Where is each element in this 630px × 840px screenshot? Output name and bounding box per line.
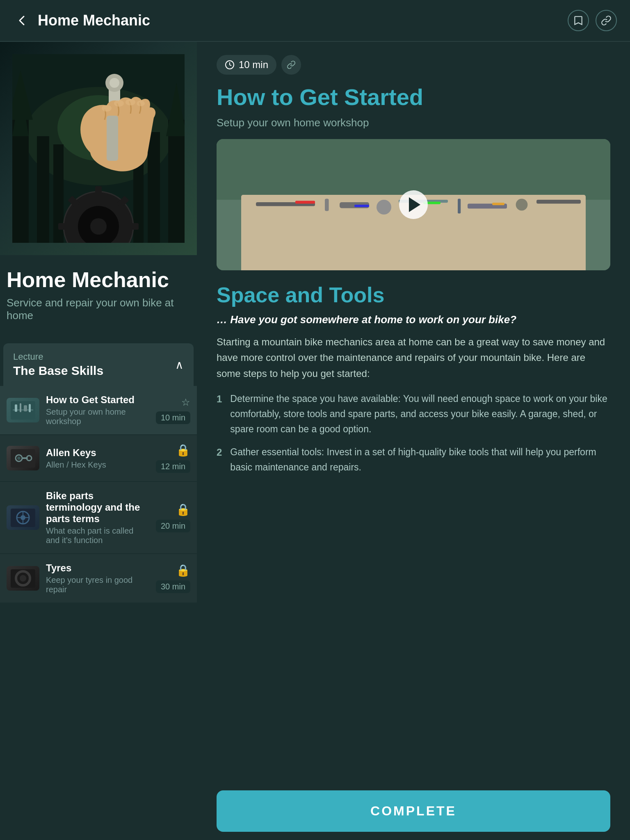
lesson-item[interactable]: Allen Keys Allen / Hex Keys 🔒 12 min	[0, 435, 197, 481]
course-info: Home Mechanic Service and repair your ow…	[0, 255, 197, 343]
lock-icon: 🔒	[176, 503, 190, 516]
svg-rect-55	[325, 199, 329, 211]
lecture-section: Lecture The Base Skills ∧	[3, 343, 194, 386]
svg-rect-62	[536, 200, 581, 204]
svg-point-28	[114, 100, 124, 107]
header-left: Home Mechanic	[13, 11, 150, 30]
lock-icon: 🔒	[176, 564, 190, 577]
list-number: 2	[217, 445, 222, 475]
svg-rect-15	[95, 186, 102, 197]
share-button[interactable]	[596, 10, 617, 31]
list-number: 1	[217, 391, 222, 436]
lesson-duration: 20 min	[156, 520, 190, 532]
lock-icon: 🔒	[176, 443, 190, 457]
lesson-duration: 12 min	[156, 460, 190, 473]
svg-rect-66	[492, 203, 504, 205]
lesson-title: Tyres	[46, 562, 149, 574]
play-icon	[409, 197, 420, 212]
svg-point-57	[377, 200, 391, 215]
list-text: Determine the space you have available: …	[230, 391, 610, 436]
svg-point-25	[110, 78, 119, 88]
lesson-info: Tyres Keep your tyres in good repair	[46, 562, 149, 594]
course-subtitle: Service and repair your own bike at home	[7, 297, 190, 322]
back-button[interactable]	[13, 11, 31, 30]
svg-point-14	[90, 218, 107, 235]
hero-illustration	[12, 54, 185, 243]
video-play-button[interactable]	[399, 190, 428, 219]
lecture-name: The Base Skills	[13, 364, 103, 378]
svg-rect-36	[29, 404, 31, 412]
lecture-info: Lecture The Base Skills	[13, 352, 103, 378]
lesson-desc: Setup your own home workshop	[46, 407, 149, 426]
lesson-title: Allen Keys	[46, 447, 149, 459]
complete-button[interactable]: COMPLETE	[217, 790, 610, 832]
svg-rect-18	[58, 223, 69, 230]
lecture-label: Lecture	[13, 352, 103, 362]
main-layout: Home Mechanic Service and repair your ow…	[0, 42, 630, 840]
svg-rect-26	[107, 116, 118, 161]
lesson-list: How to Get Started Setup your own home w…	[0, 386, 197, 603]
lesson-duration: 30 min	[156, 580, 190, 593]
numbered-list: 1 Determine the space you have available…	[217, 391, 610, 483]
lesson-desc: What each part is called and it's functi…	[46, 526, 149, 545]
lesson-thumbnail	[7, 398, 39, 422]
svg-rect-59	[458, 199, 461, 213]
lesson-desc: Allen / Hex Keys	[46, 460, 149, 470]
content-title: How to Get Started	[217, 84, 610, 110]
video-thumbnail[interactable]	[217, 139, 610, 270]
svg-rect-34	[20, 403, 21, 412]
svg-point-61	[516, 199, 528, 210]
lesson-title: How to Get Started	[46, 394, 149, 406]
lesson-meta: ☆ 10 min	[156, 397, 190, 424]
svg-rect-64	[354, 205, 369, 207]
time-value: 10 min	[239, 59, 268, 71]
svg-rect-33	[15, 404, 17, 412]
svg-rect-63	[295, 201, 315, 203]
svg-point-27	[102, 105, 112, 112]
svg-point-39	[17, 457, 21, 460]
chevron-up-icon: ∧	[175, 358, 184, 372]
list-item: 1 Determine the space you have available…	[217, 391, 610, 436]
link-icon	[287, 60, 296, 69]
section-body: Starting a mountain bike mechanics area …	[217, 334, 610, 381]
svg-rect-17	[128, 223, 139, 230]
list-item: 2 Gather essential tools: Invest in a se…	[217, 445, 610, 475]
svg-rect-9	[148, 132, 160, 243]
lesson-desc: Keep your tyres in good repair	[46, 575, 149, 594]
lecture-header[interactable]: Lecture The Base Skills ∧	[3, 343, 194, 386]
svg-rect-8	[37, 136, 49, 243]
lesson-meta: 🔒 12 min	[156, 443, 190, 473]
header-title: Home Mechanic	[38, 12, 150, 29]
section-question: … Have you got somewhere at home to work…	[217, 313, 610, 326]
lesson-meta: 🔒 30 min	[156, 564, 190, 593]
lesson-item[interactable]: Bike parts terminology and the parts ter…	[0, 482, 197, 553]
header: Home Mechanic	[0, 0, 630, 41]
link-button[interactable]	[281, 55, 301, 75]
complete-bar: COMPLETE	[197, 782, 630, 840]
hero-image	[0, 42, 197, 255]
left-panel: Home Mechanic Service and repair your ow…	[0, 42, 197, 840]
lesson-info: Bike parts terminology and the parts ter…	[46, 490, 149, 545]
lesson-item[interactable]: How to Get Started Setup your own home w…	[0, 386, 197, 434]
lesson-duration: 10 min	[156, 411, 190, 424]
list-text: Gather essential tools: Invest in a set …	[230, 445, 610, 475]
star-icon[interactable]: ☆	[181, 397, 190, 408]
right-panel: 10 min How to Get Started Setup your own…	[197, 42, 630, 840]
svg-point-49	[20, 575, 26, 582]
lesson-thumbnail	[7, 566, 39, 591]
svg-rect-35	[24, 405, 27, 411]
lesson-meta: 🔒 20 min	[156, 503, 190, 532]
lesson-thumbnail	[7, 505, 39, 530]
lesson-info: How to Get Started Setup your own home w…	[46, 394, 149, 426]
svg-point-29	[126, 99, 135, 105]
bookmark-button[interactable]	[568, 10, 589, 31]
svg-rect-6	[168, 120, 185, 243]
svg-point-30	[137, 100, 145, 106]
content-subtitle: Setup your own home workshop	[217, 116, 610, 129]
lesson-info: Allen Keys Allen / Hex Keys	[46, 447, 149, 470]
time-row: 10 min	[217, 55, 610, 75]
course-title: Home Mechanic	[7, 268, 190, 292]
lesson-item[interactable]: Tyres Keep your tyres in good repair 🔒 3…	[0, 554, 197, 603]
clock-icon	[225, 60, 235, 70]
lesson-thumbnail	[7, 446, 39, 470]
